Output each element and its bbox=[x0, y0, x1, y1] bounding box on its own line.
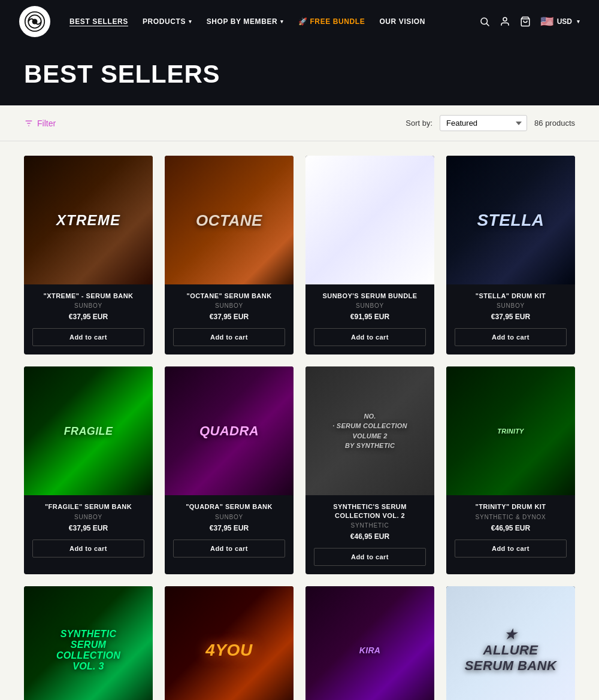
account-button[interactable] bbox=[500, 16, 510, 27]
product-name-octane: "OCTANE" SERUM BANK bbox=[173, 292, 285, 300]
product-artist-stella: SUNBOY bbox=[455, 302, 567, 309]
product-image-octane: OCTANE bbox=[165, 156, 294, 284]
product-image-quadra: QUADRA bbox=[165, 366, 294, 495]
product-card-xtreme: XTREME "XTREME" - SERUM BANK SUNBOY €37,… bbox=[24, 156, 153, 354]
product-image-trinity: TRINITY bbox=[446, 366, 575, 495]
hero-banner: BEST SELLERS bbox=[0, 43, 599, 105]
search-icon bbox=[479, 16, 490, 27]
product-card-fragile: FRAGILE "FRAGILE" SERUM BANK SUNBOY €37,… bbox=[24, 366, 153, 574]
product-price-synthetic-vol2: €46,95 EUR bbox=[314, 532, 426, 541]
filter-bar: Filter Sort by: Featured Price: Low to H… bbox=[0, 105, 599, 141]
product-price-trinity: €46,95 EUR bbox=[455, 524, 567, 532]
product-price-fragile: €37,95 EUR bbox=[32, 524, 144, 532]
add-to-cart-bundle[interactable]: Add to cart bbox=[314, 328, 426, 346]
product-overlay-kira: KIRA bbox=[359, 646, 380, 655]
product-name-xtreme: "XTREME" - SERUM BANK bbox=[32, 292, 144, 300]
products-section: XTREME "XTREME" - SERUM BANK SUNBOY €37,… bbox=[0, 141, 599, 700]
sort-select[interactable]: Featured Price: Low to High Price: High … bbox=[440, 115, 527, 131]
product-card-stella: Stella "STELLA" Drum Kit SUNBOY €37,95 E… bbox=[446, 156, 575, 354]
product-overlay-xtreme: XTREME bbox=[56, 212, 120, 229]
products-chevron-icon: ▾ bbox=[189, 19, 192, 25]
product-image-kira: KIRA bbox=[305, 586, 434, 700]
currency-chevron-icon: ▾ bbox=[577, 19, 580, 25]
cart-button[interactable] bbox=[520, 16, 531, 27]
product-artist-xtreme: SUNBOY bbox=[32, 302, 144, 309]
svg-line-4 bbox=[486, 23, 489, 26]
nav-links: BEST SELLERS PRODUCTS ▾ SHOP BY MEMBER ▾… bbox=[69, 17, 460, 26]
product-overlay-trinity: TRINITY bbox=[497, 428, 524, 435]
product-card-allure: ★ALLURESerum Bank "ALLURE" SERUM BANK SU… bbox=[446, 586, 575, 700]
product-name-synthetic-vol2: SYNTHETIC'S SERUM COLLECTION VOL. 2 bbox=[314, 502, 426, 520]
product-artist-octane: SUNBOY bbox=[173, 302, 285, 309]
site-logo[interactable] bbox=[19, 6, 50, 37]
product-artist-synthetic-vol2: SYNTHETIC bbox=[314, 522, 426, 529]
product-image-synthetic-vol2: No.· SERUM COLLECTIONVOLUME 2BY SYNTHETI… bbox=[305, 366, 434, 495]
product-name-fragile: "FRAGILE" SERUM BANK bbox=[32, 502, 144, 511]
product-overlay-quadra: QUADRA bbox=[199, 423, 259, 439]
product-card-kira: KIRA "KIRA" DRUM KIT SUNBOY €28,95 EUR A… bbox=[305, 586, 434, 700]
product-image-bundle bbox=[305, 156, 434, 284]
nav-products[interactable]: PRODUCTS ▾ bbox=[143, 17, 192, 26]
svg-point-3 bbox=[481, 18, 488, 25]
product-price-stella: €37,95 EUR bbox=[455, 313, 567, 321]
product-card-synthetic-vol2: No.· SERUM COLLECTIONVOLUME 2BY SYNTHETI… bbox=[305, 366, 434, 574]
product-price-xtreme: €37,95 EUR bbox=[32, 313, 144, 321]
filter-button[interactable]: Filter bbox=[24, 119, 56, 128]
product-info-octane: "OCTANE" SERUM BANK SUNBOY €37,95 EUR Ad… bbox=[165, 284, 294, 354]
product-info-bundle: SUNBOY'S SERUM BUNDLE SUNBOY €91,95 EUR … bbox=[305, 284, 434, 354]
product-name-stella: "STELLA" Drum Kit bbox=[455, 292, 567, 300]
add-to-cart-synthetic-vol2[interactable]: Add to cart bbox=[314, 548, 426, 566]
shop-by-member-chevron-icon: ▾ bbox=[280, 19, 284, 25]
product-artist-fragile: SUNBOY bbox=[32, 514, 144, 520]
nav-free-bundle[interactable]: 🚀 FREE BUNDLE bbox=[298, 17, 365, 26]
product-info-trinity: "TRINITY" DRUM KIT SYNTHETIC & DYNOX €46… bbox=[446, 495, 575, 574]
add-to-cart-xtreme[interactable]: Add to cart bbox=[32, 328, 144, 346]
add-to-cart-fragile[interactable]: Add to cart bbox=[32, 540, 144, 557]
product-artist-bundle: SUNBOY bbox=[314, 302, 426, 309]
flag-icon: 🇺🇸 bbox=[540, 15, 553, 28]
sort-label: Sort by: bbox=[406, 119, 432, 128]
currency-label: USD bbox=[557, 17, 572, 26]
product-info-quadra: "QUADRA" SERUM BANK SUNBOY €37,95 EUR Ad… bbox=[165, 495, 294, 574]
sort-area: Sort by: Featured Price: Low to High Pri… bbox=[406, 115, 575, 131]
product-image-fragile: FRAGILE bbox=[24, 366, 153, 495]
currency-selector[interactable]: 🇺🇸 USD ▾ bbox=[540, 15, 580, 28]
page-title: BEST SELLERS bbox=[24, 60, 575, 89]
product-info-fragile: "FRAGILE" SERUM BANK SUNBOY €37,95 EUR A… bbox=[24, 495, 153, 574]
product-info-xtreme: "XTREME" - SERUM BANK SUNBOY €37,95 EUR … bbox=[24, 284, 153, 354]
product-artist-trinity: SYNTHETIC & DYNOX bbox=[455, 514, 567, 520]
product-overlay-synthetic-vol3: SYNTHETICSERUMCOLLECTIONVOL. 3 bbox=[31, 629, 147, 672]
product-overlay-fragile: FRAGILE bbox=[31, 425, 147, 437]
add-to-cart-quadra[interactable]: Add to cart bbox=[173, 540, 285, 557]
navbar: BEST SELLERS PRODUCTS ▾ SHOP BY MEMBER ▾… bbox=[0, 0, 599, 43]
product-count: 86 products bbox=[534, 119, 575, 128]
filter-icon bbox=[24, 119, 34, 128]
product-card-bundle: SUNBOY'S SERUM BUNDLE SUNBOY €91,95 EUR … bbox=[305, 156, 434, 354]
add-to-cart-octane[interactable]: Add to cart bbox=[173, 328, 285, 346]
svg-point-5 bbox=[503, 17, 507, 21]
product-overlay-allure: ★ALLURESerum Bank bbox=[465, 627, 557, 674]
nav-icons: 🇺🇸 USD ▾ bbox=[479, 15, 580, 28]
product-card-trinity: TRINITY "TRINITY" DRUM KIT SYNTHETIC & D… bbox=[446, 366, 575, 574]
products-grid: XTREME "XTREME" - SERUM BANK SUNBOY €37,… bbox=[24, 156, 575, 700]
product-artist-quadra: SUNBOY bbox=[173, 514, 285, 520]
product-overlay-4you: 4YOU bbox=[205, 641, 253, 660]
product-overlay-stella: Stella bbox=[477, 211, 544, 230]
product-image-synthetic-vol3: SYNTHETICSERUMCOLLECTIONVOL. 3 bbox=[24, 586, 153, 700]
product-info-synthetic-vol2: SYNTHETIC'S SERUM COLLECTION VOL. 2 SYNT… bbox=[305, 495, 434, 574]
product-image-allure: ★ALLURESerum Bank bbox=[446, 586, 575, 700]
product-name-trinity: "TRINITY" DRUM KIT bbox=[455, 502, 567, 511]
product-name-bundle: SUNBOY'S SERUM BUNDLE bbox=[314, 292, 426, 300]
add-to-cart-stella[interactable]: Add to cart bbox=[455, 328, 567, 346]
nav-shop-by-member[interactable]: SHOP BY MEMBER ▾ bbox=[207, 17, 284, 26]
product-price-quadra: €37,95 EUR bbox=[173, 524, 285, 532]
product-price-octane: €37,95 EUR bbox=[173, 313, 285, 321]
search-button[interactable] bbox=[479, 16, 490, 27]
product-info-stella: "STELLA" Drum Kit SUNBOY €37,95 EUR Add … bbox=[446, 284, 575, 354]
nav-our-vision[interactable]: OUR VISION bbox=[379, 17, 425, 26]
cart-icon bbox=[520, 16, 531, 27]
product-card-4you: 4YOU "4 YÕU" ONE SHOT KIT SUNBOY €28,95 … bbox=[165, 586, 294, 700]
add-to-cart-trinity[interactable]: Add to cart bbox=[455, 540, 567, 557]
nav-best-sellers[interactable]: BEST SELLERS bbox=[69, 17, 128, 26]
product-name-quadra: "QUADRA" SERUM BANK bbox=[173, 502, 285, 511]
